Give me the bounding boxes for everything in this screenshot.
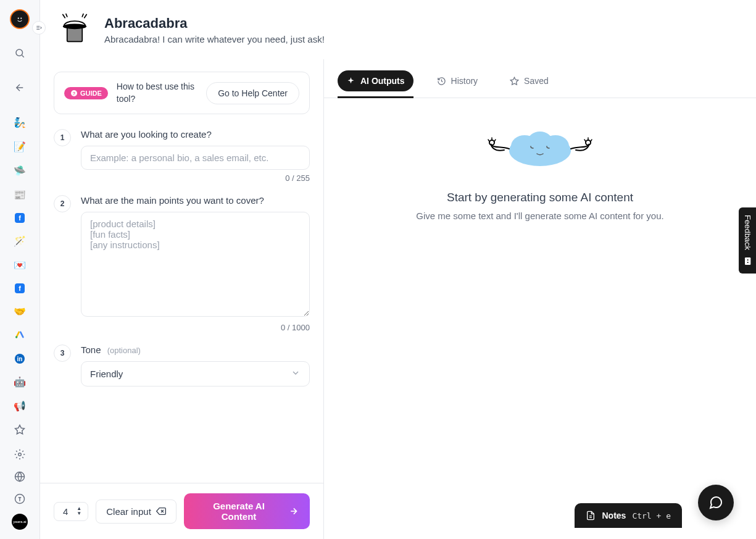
star-icon (510, 77, 519, 86)
tab-history[interactable]: History (428, 70, 487, 91)
quantity-down-icon[interactable]: ▼ (77, 511, 81, 516)
svg-text:?: ? (73, 91, 75, 95)
tab-saved[interactable]: Saved (501, 70, 557, 91)
form-footer: 4 ▲ ▼ Clear input Generate AI Content (40, 483, 323, 539)
notes-button[interactable]: Notes Ctrl + e (575, 503, 682, 528)
tool-genie-icon[interactable]: 🧞 (14, 117, 26, 128)
sidebar: 🧞 📝 🛸 📰 f 🪄 💌 f 🤝 in 🤖 📢 (0, 0, 40, 539)
tool-handshake-icon[interactable]: 🤝 (14, 306, 26, 317)
page-header: Abracadabra Abracadabra! I can write wha… (40, 0, 756, 59)
svg-point-18 (489, 140, 494, 145)
facebook-icon[interactable]: f (15, 213, 25, 223)
settings-icon[interactable] (14, 449, 25, 460)
logo-pill[interactable]: yaara.ai (12, 514, 28, 530)
svg-rect-20 (745, 257, 750, 265)
avatar[interactable] (10, 9, 30, 29)
note-icon (586, 511, 596, 520)
tab-ai-outputs[interactable]: AI Outputs (338, 70, 413, 91)
tone-select[interactable]: Friendly (81, 361, 310, 386)
guide-question: How to best use this tool? (117, 81, 197, 105)
empty-title: Start by generating some AI content (447, 191, 633, 204)
svg-marker-13 (510, 77, 518, 85)
svg-point-4 (15, 336, 17, 338)
step-number-1: 1 (54, 129, 71, 146)
sparkle-icon (346, 77, 355, 86)
tool-hero-icon (57, 12, 92, 47)
chevron-down-icon (291, 368, 301, 380)
google-ads-icon[interactable] (15, 330, 25, 341)
main-points-counter: 0 / 1000 (81, 323, 310, 332)
svg-point-3 (16, 49, 23, 56)
chat-icon (708, 495, 723, 510)
generate-button[interactable]: Generate AI Content (184, 493, 310, 529)
facebook-icon-2[interactable]: f (15, 283, 25, 293)
create-what-label: What are you looking to create? (81, 129, 310, 140)
tool-news-icon[interactable]: 📰 (14, 189, 26, 201)
main-points-input[interactable] (81, 212, 310, 317)
backspace-icon (156, 506, 166, 516)
tool-edit-icon[interactable]: 📝 (14, 141, 26, 153)
create-what-counter: 0 / 255 (81, 173, 310, 183)
tone-label: Tone (optional) (81, 345, 310, 355)
create-what-input[interactable] (81, 146, 310, 170)
clear-input-button[interactable]: Clear input (96, 499, 177, 524)
svg-point-0 (15, 15, 25, 24)
favorites-star-icon[interactable] (14, 424, 25, 435)
optional-label: (optional) (107, 346, 141, 355)
svg-marker-5 (15, 425, 25, 434)
search-icon[interactable] (14, 48, 25, 59)
quantity-stepper[interactable]: 4 ▲ ▼ (54, 502, 88, 521)
cloud-illustration (478, 123, 602, 172)
sidebar-expand-button[interactable] (32, 21, 46, 35)
tabs: AI Outputs History Saved (324, 59, 756, 98)
tool-announce-icon[interactable]: 📢 (14, 400, 26, 412)
guide-box: ? GUIDE How to best use this tool? Go to… (54, 72, 310, 114)
tool-ufo-icon[interactable]: 🛸 (14, 165, 26, 177)
chat-fab[interactable] (698, 485, 734, 520)
svg-point-2 (20, 17, 22, 19)
tool-wand-icon[interactable]: 🪄 (14, 235, 26, 247)
tool-love-letter-icon[interactable]: 💌 (14, 259, 26, 271)
svg-point-10 (63, 23, 87, 29)
svg-point-1 (18, 17, 19, 19)
linkedin-icon[interactable]: in (15, 354, 25, 364)
arrow-right-icon (289, 506, 299, 516)
page-subtitle: Abracadabra! I can write whatever you ne… (104, 34, 325, 44)
brand-icon[interactable] (14, 493, 25, 504)
page-title: Abracadabra (104, 15, 325, 31)
empty-state: Start by generating some AI content Give… (324, 98, 756, 539)
guide-badge: ? GUIDE (64, 87, 108, 99)
history-icon (437, 77, 446, 86)
feedback-icon (742, 256, 752, 266)
svg-point-6 (19, 453, 22, 456)
feedback-tab[interactable]: Feedback (739, 207, 756, 274)
notes-shortcut: Ctrl + e (632, 511, 671, 520)
globe-icon[interactable] (14, 471, 25, 482)
step-number-3: 3 (54, 345, 71, 362)
main-points-label: What are the main points you want to cov… (81, 195, 310, 206)
svg-point-19 (586, 140, 591, 145)
output-panel: AI Outputs History Saved (324, 59, 756, 539)
form-panel: ? GUIDE How to best use this tool? Go to… (40, 59, 324, 539)
tool-robot-icon[interactable]: 🤖 (14, 376, 26, 388)
step-number-2: 2 (54, 195, 71, 212)
empty-subtitle: Give me some text and I'll generate some… (416, 211, 663, 221)
help-center-button[interactable]: Go to Help Center (206, 82, 299, 104)
back-icon[interactable] (14, 82, 25, 93)
